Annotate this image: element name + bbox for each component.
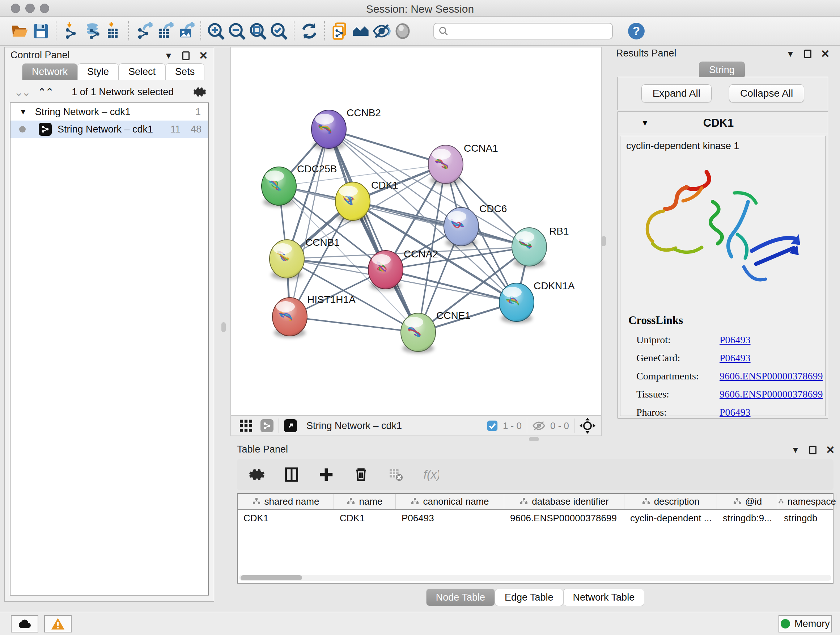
node-CDKN1A[interactable]	[499, 283, 534, 323]
crosslink-link[interactable]: P06493	[720, 334, 751, 346]
node-CDC6[interactable]	[444, 207, 478, 248]
columns-icon[interactable]	[281, 464, 302, 485]
crosslink-link[interactable]: P06493	[720, 407, 751, 418]
collapse-panel-icon[interactable]: ▼	[164, 51, 173, 60]
cell-database-identifier[interactable]: 9606.ENSP00000378699	[504, 510, 624, 526]
edge-HIST1H1A-CCNE1[interactable]	[290, 317, 418, 333]
tab-style[interactable]: Style	[77, 63, 118, 80]
tab-network-table[interactable]: Network Table	[563, 589, 645, 606]
delete-column-icon[interactable]	[351, 464, 371, 485]
column-header-name[interactable]: name	[334, 494, 396, 509]
collapse-all-icon[interactable]: ⌄⌄	[14, 86, 29, 98]
table-row[interactable]: CDK1CDK1P064939606.ENSP00000378699cyclin…	[238, 510, 833, 526]
open-file-icon[interactable]	[9, 21, 30, 42]
tab-edge-table[interactable]: Edge Table	[495, 589, 563, 606]
crosslink-link[interactable]: P06493	[720, 352, 751, 364]
gear-icon[interactable]	[246, 464, 267, 485]
cell-description[interactable]: cyclin-dependent ...	[624, 510, 717, 526]
network-view-canvas[interactable]: CCNB2CCNA1CDC25BCDK1CDC6RB1CCNB1CCNA2CDK…	[231, 47, 602, 416]
network-options-gear-icon[interactable]	[193, 85, 207, 99]
export-table-icon[interactable]	[154, 21, 175, 42]
close-panel-icon[interactable]: ✕	[826, 445, 835, 455]
vertical-splitter-handle[interactable]	[221, 322, 226, 333]
selected-nodes-checkbox-icon[interactable]	[486, 420, 499, 432]
node-CDK1[interactable]	[335, 182, 370, 222]
import-table-icon[interactable]	[103, 21, 124, 42]
expand-all-icon[interactable]: ⌃⌃	[37, 86, 52, 98]
network-from-selection-icon[interactable]	[329, 21, 350, 42]
column-header-database-identifier[interactable]: database identifier	[504, 494, 624, 509]
gene-header-row[interactable]: ▼ CDK1	[618, 112, 828, 134]
collapse-all-button[interactable]: Collapse All	[729, 84, 804, 103]
vertical-splitter-handle[interactable]	[602, 236, 606, 246]
edge-CCNB2-HIST1H1A[interactable]	[290, 129, 329, 317]
import-database-icon[interactable]	[82, 21, 103, 42]
column-header-@id[interactable]: @id	[717, 494, 778, 509]
node-CCNA1[interactable]	[428, 145, 463, 185]
tab-sets[interactable]: Sets	[165, 63, 204, 80]
column-header-shared-name[interactable]: shared name	[238, 494, 334, 509]
close-panel-icon[interactable]: ✕	[199, 50, 208, 61]
cell-canonical-name[interactable]: P06493	[396, 510, 504, 526]
save-session-icon[interactable]	[30, 21, 51, 42]
help-icon[interactable]: ?	[626, 21, 647, 42]
zoom-selected-icon[interactable]	[268, 21, 289, 42]
cell-namespace[interactable]: stringdb	[778, 510, 836, 526]
tree-expand-icon[interactable]: ▼	[19, 107, 27, 117]
float-panel-icon[interactable]	[182, 51, 189, 60]
tab-node-table[interactable]: Node Table	[426, 589, 495, 606]
scrollbar-thumb[interactable]	[240, 575, 302, 580]
cell-shared-name[interactable]: CDK1	[238, 510, 334, 526]
column-header-namespace[interactable]: namespace	[778, 494, 836, 509]
crosslink-link[interactable]: 9606.ENSP00000378699	[720, 371, 823, 382]
collapse-panel-icon[interactable]: ▼	[786, 50, 795, 58]
horizontal-scrollbar[interactable]	[239, 575, 831, 581]
delete-table-icon[interactable]	[385, 464, 406, 485]
tab-string[interactable]: String	[699, 62, 745, 79]
gene-collapse-icon[interactable]: ▼	[641, 119, 649, 128]
export-image-icon[interactable]	[175, 21, 196, 42]
search-input[interactable]	[448, 25, 608, 36]
node-HIST1H1A[interactable]	[272, 298, 307, 338]
open-in-window-icon[interactable]	[284, 419, 297, 432]
first-neighbors-icon[interactable]	[350, 21, 371, 42]
warning-button[interactable]	[44, 615, 72, 632]
cell-@id[interactable]: stringdb:9...	[717, 510, 778, 526]
cloud-button[interactable]	[11, 615, 38, 632]
tab-select[interactable]: Select	[118, 63, 165, 80]
collapse-panel-icon[interactable]: ▼	[791, 446, 800, 454]
add-column-icon[interactable]	[316, 464, 337, 485]
string-network-badge-icon[interactable]	[261, 419, 273, 432]
birds-eye-view-icon[interactable]	[239, 418, 253, 433]
node-RB1[interactable]	[512, 228, 546, 268]
column-header-canonical-name[interactable]: canonical name	[396, 494, 504, 509]
tab-network[interactable]: Network	[22, 63, 77, 80]
node-CCNB2[interactable]	[311, 110, 346, 150]
node-CDC25B[interactable]	[262, 167, 296, 207]
node-CCNB1[interactable]	[270, 240, 304, 280]
close-panel-icon[interactable]: ✕	[821, 49, 830, 59]
crosslink-link[interactable]: 9606.ENSP00000378699	[720, 388, 823, 400]
export-network-icon[interactable]	[133, 21, 154, 42]
edge-CCNB2-CCNA1[interactable]	[329, 129, 446, 165]
cell-name[interactable]: CDK1	[334, 510, 396, 526]
show-all-icon[interactable]	[392, 21, 413, 42]
fit-selected-crosshair-icon[interactable]	[579, 418, 595, 434]
zoom-in-icon[interactable]	[205, 21, 226, 42]
network-row[interactable]: String Network – cdk1 11 48	[11, 120, 208, 138]
hide-selected-icon[interactable]	[371, 21, 392, 42]
horizontal-splitter-handle[interactable]	[529, 437, 539, 441]
zoom-out-icon[interactable]	[226, 21, 248, 42]
function-icon[interactable]: f(x)	[420, 464, 441, 485]
import-network-icon[interactable]	[61, 21, 82, 42]
network-collection-row[interactable]: ▼ String Network – cdk1 1	[11, 103, 208, 120]
column-header-description[interactable]: description	[624, 494, 717, 509]
node-CCNA2[interactable]	[368, 250, 403, 291]
refresh-icon[interactable]	[299, 21, 320, 42]
node-CCNE1[interactable]	[401, 313, 436, 353]
float-panel-icon[interactable]	[809, 446, 816, 454]
float-panel-icon[interactable]	[804, 50, 812, 58]
memory-button[interactable]: Memory	[778, 615, 832, 632]
expand-all-button[interactable]: Expand All	[641, 84, 712, 103]
zoom-fit-icon[interactable]	[248, 21, 268, 42]
